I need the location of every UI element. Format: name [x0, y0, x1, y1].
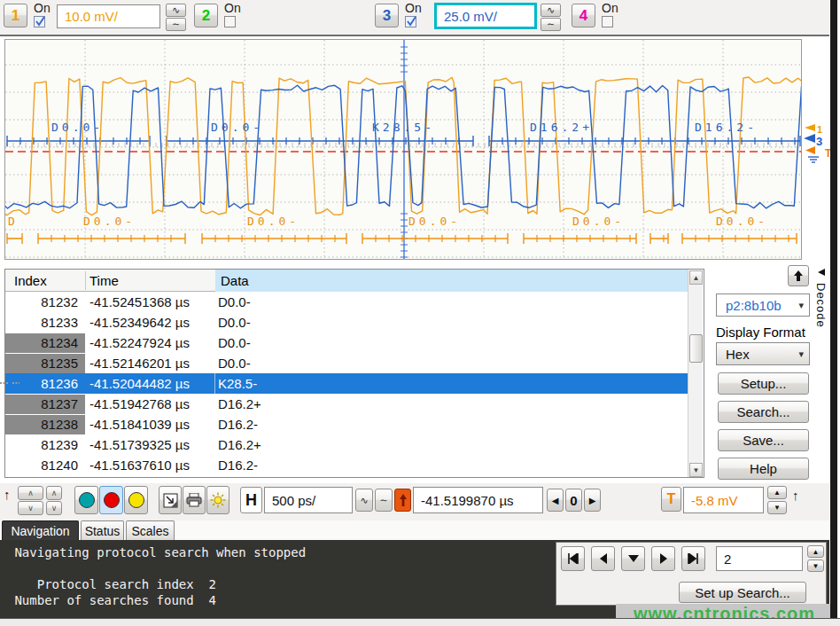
- screen-capture-button[interactable]: [159, 486, 182, 514]
- print-button[interactable]: [183, 486, 206, 514]
- cell-time: -41.52349642 µs: [89, 315, 190, 330]
- search-index-down-button[interactable]: ▼: [807, 559, 824, 572]
- tab-scales[interactable]: Scales: [126, 520, 175, 540]
- set-up-search-button[interactable]: Set up Search...: [679, 582, 806, 603]
- decode-source-dropdown[interactable]: p2:8b10b ▾: [716, 293, 810, 317]
- check-icon: [406, 15, 417, 27]
- svg-text:3: 3: [816, 135, 822, 148]
- timebase-value: 500 ps/: [272, 493, 315, 508]
- up-triangle-icon: ▲: [693, 274, 700, 282]
- help-button[interactable]: Help: [718, 458, 809, 480]
- search-last-button[interactable]: [681, 546, 705, 571]
- column-header-index[interactable]: Index: [14, 270, 47, 292]
- trigger-level-field[interactable]: -5.8 mV: [683, 487, 764, 513]
- trigger-position-button[interactable]: [394, 489, 411, 512]
- search-next-button[interactable]: [651, 546, 675, 571]
- cell-data: K28.5-: [218, 376, 257, 391]
- delay-zero-button[interactable]: 0: [565, 489, 582, 512]
- channel-2-button[interactable]: 2: [194, 4, 218, 27]
- timebase-field[interactable]: 500 ps/: [264, 487, 353, 513]
- search-index-field[interactable]: 2: [716, 546, 803, 571]
- table-row[interactable]: 81234-41.52247924 µsD0.0-: [5, 333, 688, 353]
- channel-1-scale-decrease-button[interactable]: ∼: [166, 18, 186, 31]
- down-triangle-icon: ▼: [774, 504, 781, 512]
- channel-4-number: 4: [579, 7, 587, 25]
- ground-icon: [808, 157, 819, 162]
- horizontal-delay-field[interactable]: -41.5199870 µs: [413, 487, 543, 513]
- table-row[interactable]: 81236-41.52044482 µsK28.5-: [5, 373, 688, 394]
- horizontal-settings-button[interactable]: H: [240, 487, 262, 513]
- scale-down-button[interactable]: ∨: [18, 501, 43, 515]
- delay-left-button[interactable]: ◀: [547, 489, 564, 512]
- fine-scale-up-button[interactable]: ∧: [46, 486, 62, 500]
- scroll-up-button[interactable]: ▲: [689, 270, 703, 285]
- search-current-button[interactable]: [621, 546, 645, 571]
- down-triangle-icon: ▼: [813, 562, 820, 570]
- channel-1-on-checkbox[interactable]: [34, 16, 45, 27]
- trigger-settings-button[interactable]: T: [661, 487, 681, 512]
- tab-status[interactable]: Status: [81, 520, 124, 540]
- trigger-level-up-button[interactable]: ▲: [767, 486, 787, 499]
- search-first-button[interactable]: [561, 546, 585, 571]
- channel-4-on-checkbox[interactable]: [602, 16, 613, 27]
- timebase-fine-button[interactable]: ∿: [355, 489, 373, 512]
- channel-3-scale-increase-button[interactable]: ∿: [541, 4, 561, 17]
- save-button[interactable]: Save...: [718, 429, 809, 451]
- cell-data: D0.0-: [218, 356, 251, 371]
- right-triangle-icon: ▶: [589, 496, 596, 505]
- scroll-down-button[interactable]: ▼: [689, 463, 703, 477]
- trigger-level-down-button[interactable]: ▼: [767, 501, 787, 514]
- cell-index: 81239: [5, 434, 85, 455]
- single-button[interactable]: [124, 486, 148, 514]
- channel-3-marker-icon: [804, 134, 815, 143]
- setup-button[interactable]: Setup...: [718, 372, 809, 395]
- search-previous-button[interactable]: [591, 546, 615, 571]
- oscilloscope-window: 1 On 10.0 mV/ ∿ ∼ 2 On 3 On 25.0 mV/ ∿ ∼…: [0, 0, 840, 626]
- scale-up-button[interactable]: ∧: [18, 486, 43, 500]
- svg-text:D0.0-: D0.0-: [408, 215, 461, 228]
- column-header-data[interactable]: Data: [215, 270, 688, 292]
- decode-tab-label: Decode: [814, 283, 828, 328]
- display-format-dropdown[interactable]: Hex ▾: [716, 342, 810, 365]
- svg-text:K28.5-: K28.5-: [372, 121, 435, 134]
- channel-3-scale-field[interactable]: 25.0 mV/: [434, 3, 537, 29]
- table-row[interactable]: 81237-41.51942768 µsD16.2+: [5, 394, 688, 414]
- channel-1-scale-increase-button[interactable]: ∿: [166, 4, 186, 17]
- cell-index: 81234: [5, 333, 85, 353]
- channel-4-button[interactable]: 4: [572, 4, 595, 27]
- display-brightness-button[interactable]: [206, 486, 229, 514]
- channel-1-on-label: On: [34, 1, 51, 15]
- table-row[interactable]: 81239-41.51739325 µsD16.2+: [5, 434, 688, 455]
- table-row[interactable]: 81240-41.51637610 µsD16.2-: [5, 455, 688, 475]
- tab-navigation[interactable]: Navigation: [2, 520, 79, 540]
- scrollbar-thumb[interactable]: [689, 334, 703, 363]
- timebase-coarse-button[interactable]: ∼: [375, 489, 393, 512]
- cell-data: D16.2+: [218, 396, 261, 411]
- decode-side-tab[interactable]: Decode: [814, 265, 830, 363]
- decode-listing-table[interactable]: Index Time Data 81232-41.52451368 µsD0.0…: [4, 269, 704, 478]
- table-row[interactable]: 81232-41.52451368 µsD0.0-: [5, 292, 688, 312]
- cell-index: 81237: [5, 394, 85, 414]
- trigger-label: T: [667, 491, 676, 507]
- delay-right-button[interactable]: ▶: [584, 489, 601, 512]
- waveform-canvas: D0.0-D0.0-K28.5-D16.2+D16.2-DD0.0-D0.0-D…: [5, 40, 801, 259]
- channel-1-scale-field[interactable]: 10.0 mV/: [57, 4, 160, 28]
- table-row[interactable]: 81235-41.52146201 µsD0.0-: [5, 353, 688, 373]
- waveform-plot[interactable]: D0.0-D0.0-K28.5-D16.2+D16.2-DD0.0-D0.0-D…: [4, 39, 802, 260]
- stop-button[interactable]: [99, 486, 123, 514]
- fine-scale-down-button[interactable]: ∨: [46, 501, 62, 515]
- panel-collapse-up-button[interactable]: [788, 265, 809, 286]
- table-row[interactable]: 81238-41.51841039 µsD16.2-: [5, 414, 688, 434]
- channel-1-button[interactable]: 1: [4, 4, 27, 27]
- search-index-up-button[interactable]: ▲: [807, 545, 824, 558]
- channel-3-on-checkbox[interactable]: [405, 16, 416, 27]
- run-button[interactable]: [74, 486, 98, 514]
- channel-3-button[interactable]: 3: [375, 4, 399, 27]
- table-scrollbar[interactable]: ▲ ▼: [688, 270, 703, 477]
- search-button[interactable]: Search...: [718, 401, 809, 423]
- channel-3-scale-decrease-button[interactable]: ∼: [541, 18, 561, 31]
- channel-2-on-checkbox[interactable]: [224, 16, 236, 27]
- column-header-time[interactable]: Time: [89, 270, 119, 292]
- table-row[interactable]: 81233-41.52349642 µsD0.0-: [5, 312, 688, 333]
- cursor-up-icon: ↑: [4, 487, 11, 502]
